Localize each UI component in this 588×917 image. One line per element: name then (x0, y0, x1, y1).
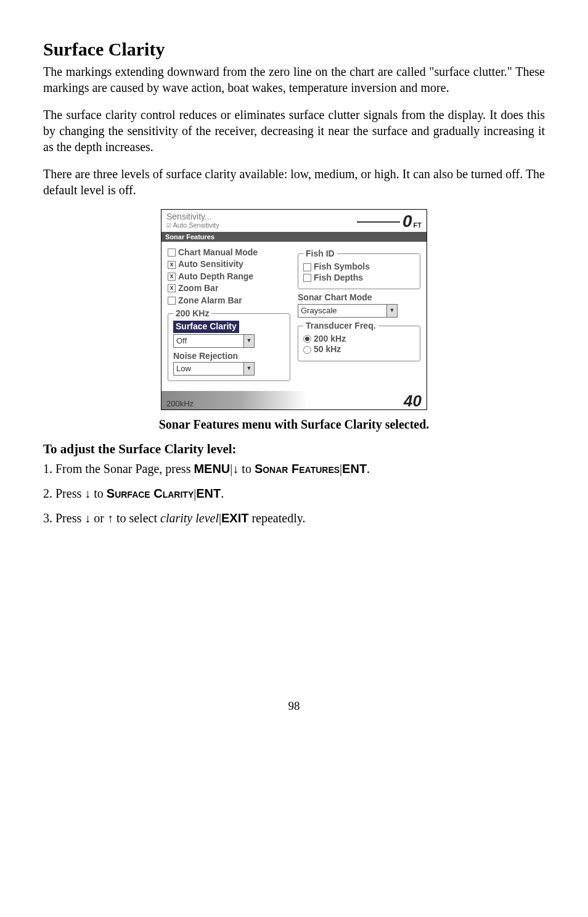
depth-value-top: 0 (402, 212, 412, 231)
device-bottom-bar: 200kHz 40 (161, 391, 427, 409)
page-heading: Surface Clarity (43, 37, 545, 61)
surface-clarity-dropdown[interactable]: Off ▼ (173, 334, 255, 348)
checkbox-icon (168, 249, 176, 257)
noise-rejection-value: Low (174, 364, 243, 373)
dialog-title-bar: Sonar Features (161, 232, 427, 242)
sensitivity-menu-partial: Sensitivity... ☑ Auto Sensitivity (166, 212, 219, 229)
right-column: Fish ID Fish Symbols Fish Depths Sonar C… (298, 245, 420, 385)
exit-key: EXIT (221, 511, 248, 525)
surface-clarity-selected[interactable]: Surface Clarity (173, 321, 239, 332)
page-number: 98 (43, 699, 545, 714)
step-1: 1. From the Sonar Page, press MENU|↓ to … (43, 461, 545, 477)
chart-manual-mode-checkbox[interactable]: Chart Manual Mode (168, 248, 290, 257)
auto-depth-range-checkbox[interactable]: x Auto Depth Range (168, 272, 290, 281)
checkbox-icon: x (168, 273, 176, 281)
menu-key: MENU (194, 462, 230, 475)
auto-sens-partial: Auto Sensitivity (173, 221, 219, 229)
clarity-level-variable: clarity level (160, 511, 219, 525)
depth-line-icon (357, 221, 400, 223)
checkbox-icon: x (168, 261, 176, 269)
dropdown-arrow-icon: ▼ (243, 363, 254, 375)
freq-200-legend: 200 KHz (173, 309, 211, 318)
procedure-heading: To adjust the Surface Clarity level: (43, 441, 545, 458)
sensitivity-label: Sensitivity... (166, 212, 219, 221)
dropdown-arrow-icon: ▼ (386, 305, 397, 317)
checkbox-icon (168, 297, 176, 305)
figure-container: Sensitivity... ☑ Auto Sensitivity 0 FT S… (43, 209, 545, 410)
fish-symbols-checkbox[interactable]: Fish Symbols (303, 262, 415, 271)
figure-caption: Sonar Features menu with Surface Clarity… (43, 416, 545, 432)
auto-sensitivity-label: Auto Sensitivity (178, 260, 243, 269)
sonar-features-panel: Chart Manual Mode x Auto Sensitivity x A… (161, 242, 427, 391)
freq-50-label: 50 kHz (314, 345, 341, 354)
freq-50-radio[interactable]: 50 kHz (303, 345, 415, 354)
ent-key: ENT (342, 462, 367, 475)
step-3: 3. Press ↓ or ↑ to select clarity level|… (43, 510, 545, 526)
freq-200-label: 200 kHz (314, 334, 346, 343)
zone-alarm-bar-checkbox[interactable]: Zone Alarm Bar (168, 296, 290, 305)
checkbox-icon (303, 274, 311, 282)
paragraph-3: There are three levels of surface clarit… (43, 166, 545, 198)
chart-manual-mode-label: Chart Manual Mode (178, 248, 258, 257)
bottom-depth-value: 40 (404, 392, 422, 410)
checkbox-icon: x (168, 284, 176, 292)
paragraph-1: The markings extending downward from the… (43, 64, 545, 96)
fish-symbols-label: Fish Symbols (314, 262, 370, 271)
freq-200-radio[interactable]: 200 kHz (303, 334, 415, 343)
ent-key: ENT (196, 487, 221, 500)
sonar-chart-mode-dropdown[interactable]: Grayscale ▼ (298, 304, 398, 318)
paragraph-2: The surface clarity control reduces or e… (43, 107, 545, 155)
depth-unit-top: FT (414, 221, 422, 229)
zoom-bar-checkbox[interactable]: x Zoom Bar (168, 284, 290, 293)
left-column: Chart Manual Mode x Auto Sensitivity x A… (168, 245, 290, 385)
fish-id-group: Fish ID Fish Symbols Fish Depths (298, 249, 420, 289)
sonar-features-menuitem: Sonar Features (255, 462, 340, 475)
zoom-bar-label: Zoom Bar (178, 284, 218, 293)
zone-alarm-bar-label: Zone Alarm Bar (178, 296, 242, 305)
step-2: 2. Press ↓ to Surface Clarity|ENT. (43, 485, 545, 501)
device-top-bar: Sensitivity... ☑ Auto Sensitivity 0 FT (161, 210, 427, 232)
auto-sensitivity-checkbox[interactable]: x Auto Sensitivity (168, 260, 290, 269)
auto-depth-range-label: Auto Depth Range (178, 272, 253, 281)
surface-clarity-menuitem: Surface Clarity (107, 487, 194, 500)
fish-depths-checkbox[interactable]: Fish Depths (303, 273, 415, 282)
sonar-chart-mode-label: Sonar Chart Mode (298, 293, 420, 302)
radio-icon (303, 335, 311, 343)
fish-id-legend: Fish ID (303, 249, 337, 258)
surface-clarity-value: Off (174, 337, 243, 345)
noise-rejection-label: Noise Rejection (173, 352, 285, 361)
depth-readout-top: 0 FT (357, 212, 422, 231)
noise-rejection-dropdown[interactable]: Low ▼ (173, 362, 255, 376)
transducer-freq-group: Transducer Freq. 200 kHz 50 kHz (298, 321, 420, 361)
dropdown-arrow-icon: ▼ (243, 335, 254, 347)
checkbox-icon (303, 263, 311, 271)
sonar-chart-mode-value: Grayscale (298, 306, 386, 315)
device-screenshot: Sensitivity... ☑ Auto Sensitivity 0 FT S… (161, 209, 427, 410)
transducer-freq-legend: Transducer Freq. (303, 321, 378, 331)
freq-200-group: 200 KHz Surface Clarity Off ▼ Noise Reje… (168, 309, 290, 381)
fish-depths-label: Fish Depths (314, 273, 363, 282)
radio-icon (303, 346, 311, 354)
bottom-khz-label: 200kHz (166, 400, 194, 408)
